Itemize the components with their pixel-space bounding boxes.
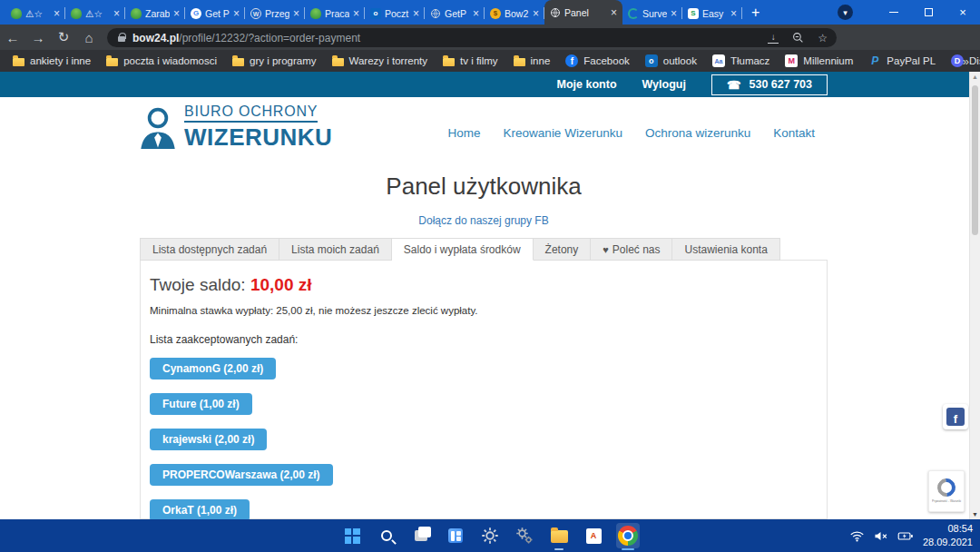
scroll-up-icon[interactable]: ▲ bbox=[970, 74, 980, 80]
browser-tab[interactable]: WPrzeg× bbox=[245, 3, 305, 25]
taskbar-clock[interactable]: 08:54 28.09.2021 bbox=[923, 522, 973, 549]
facebook-side-widget[interactable]: f bbox=[943, 404, 968, 429]
task-button-future[interactable]: Future (1,00 zł) bbox=[150, 393, 252, 415]
fb-group-link[interactable]: Dołącz do naszej grupy FB bbox=[140, 214, 828, 227]
chrome-taskbar-button[interactable] bbox=[616, 523, 640, 548]
tab-close-icon[interactable]: × bbox=[113, 7, 120, 20]
tab-close-icon[interactable]: × bbox=[671, 7, 677, 20]
battery-charging-icon[interactable] bbox=[897, 528, 915, 544]
tab-title: Get P bbox=[205, 8, 230, 19]
logo-text: BIURO OCHRONY WIZERUNKU bbox=[184, 104, 332, 152]
webpage: Moje konto Wyloguj ☎530 627 703 BIURO OC… bbox=[0, 72, 969, 519]
browser-tab[interactable]: ⚠☆× bbox=[5, 3, 65, 25]
bookmarks-overflow-icon[interactable]: » bbox=[963, 54, 969, 68]
tab-close-icon[interactable]: × bbox=[533, 7, 539, 20]
nav-home[interactable]: Home bbox=[448, 126, 481, 140]
bookmark-paypal[interactable]: PPayPal PL bbox=[868, 54, 936, 67]
home-button[interactable]: ⌂ bbox=[76, 30, 102, 45]
lock-icon[interactable] bbox=[118, 36, 125, 42]
tab-lista-dostepnych-zadan[interactable]: Lista dostępnych zadań bbox=[140, 238, 279, 261]
search-button[interactable] bbox=[375, 523, 398, 548]
settings-button[interactable] bbox=[478, 523, 502, 548]
phone-button[interactable]: ☎530 627 703 bbox=[711, 74, 828, 95]
tab-close-icon[interactable]: × bbox=[233, 7, 240, 20]
balance-label: Twoje saldo: bbox=[150, 275, 246, 294]
reload-button[interactable]: ↻ bbox=[51, 29, 76, 45]
download-icon[interactable]: ↓ bbox=[768, 33, 779, 44]
bookmark-folder[interactable]: inne bbox=[514, 55, 551, 66]
tab-lista-moich-zadan[interactable]: Lista moich zadań bbox=[279, 238, 392, 261]
bookmark-outlook[interactable]: ooutlook bbox=[645, 54, 697, 67]
browser-tab[interactable]: Praca× bbox=[305, 3, 365, 25]
maximize-button[interactable] bbox=[911, 0, 946, 25]
tab-close-icon[interactable]: × bbox=[413, 7, 419, 20]
tab-polec-nas[interactable]: ♥Poleć nas bbox=[591, 238, 672, 261]
recaptcha-badge[interactable]: Prywatność - Warunki bbox=[928, 470, 965, 512]
balance-line: Twoje saldo: 10,00 zł bbox=[150, 275, 818, 295]
address-bar[interactable]: bow24.pl/profile/12232/?action=order-pay… bbox=[107, 28, 837, 47]
browser-tab[interactable]: $Bow2× bbox=[485, 3, 544, 25]
wifi-icon[interactable] bbox=[849, 528, 865, 544]
my-account-link[interactable]: Moje konto bbox=[557, 78, 617, 91]
back-button[interactable]: ← bbox=[0, 30, 25, 45]
tab-search-button[interactable]: ▾ bbox=[838, 5, 853, 20]
file-explorer-button[interactable] bbox=[547, 523, 571, 548]
logout-link[interactable]: Wyloguj bbox=[642, 78, 686, 91]
minimize-button[interactable] bbox=[877, 0, 911, 25]
panel-content: Twoje saldo: 10,00 zł Minimalna stawka w… bbox=[140, 260, 828, 519]
browser-tab[interactable]: GetP× bbox=[425, 3, 485, 25]
tab-close-icon[interactable]: × bbox=[353, 7, 359, 20]
bookmark-facebook[interactable]: fFacebook bbox=[565, 54, 630, 67]
tab-close-icon[interactable]: × bbox=[293, 7, 299, 20]
tab-close-icon[interactable]: × bbox=[611, 6, 617, 19]
volume-muted-icon[interactable] bbox=[873, 528, 888, 544]
browser-tab-active[interactable]: Panel× bbox=[544, 0, 622, 25]
task-button-properco[interactable]: PROPERCOWarszawa (2,00 zł) bbox=[150, 464, 333, 486]
document-app-button[interactable]: A bbox=[582, 523, 605, 548]
task-button-orkat[interactable]: OrkaT (1,00 zł) bbox=[150, 499, 250, 519]
bookmark-star-icon[interactable]: ☆ bbox=[818, 32, 828, 44]
task-button-cynamong[interactable]: CynamonG (2,00 zł) bbox=[150, 358, 276, 380]
tab-close-icon[interactable]: × bbox=[173, 7, 180, 20]
browser-tab[interactable]: SEasy× bbox=[682, 3, 742, 25]
browser-tab[interactable]: GGet P× bbox=[185, 3, 245, 25]
tab-ustawienia-konta[interactable]: Ustawienia konta bbox=[672, 238, 779, 261]
tab-close-icon[interactable]: × bbox=[54, 7, 60, 20]
browser-tab[interactable]: Surve× bbox=[622, 3, 682, 25]
scrollbar-thumb[interactable] bbox=[972, 85, 978, 235]
new-tab-button[interactable]: + bbox=[751, 5, 760, 21]
tab-close-icon[interactable]: × bbox=[473, 7, 479, 20]
bookmark-folder[interactable]: ankiety i inne bbox=[13, 55, 91, 66]
task-view-button[interactable] bbox=[409, 523, 433, 548]
browser-tab[interactable]: oPoczt× bbox=[365, 3, 425, 25]
widgets-button[interactable] bbox=[444, 523, 467, 548]
survey-favicon bbox=[628, 8, 639, 19]
zoom-out-icon[interactable] bbox=[792, 32, 804, 44]
url-text[interactable]: bow24.pl/profile/12232/?action=order-pay… bbox=[132, 32, 360, 44]
bookmark-translate[interactable]: AaTłumacz bbox=[712, 54, 769, 67]
close-button[interactable]: × bbox=[946, 0, 980, 25]
page-scrollbar[interactable]: ▲ ▼ bbox=[969, 72, 980, 519]
services-button[interactable] bbox=[513, 523, 536, 548]
task-button-krajewski[interactable]: krajewski (2,00 zł) bbox=[150, 429, 267, 450]
start-button[interactable] bbox=[340, 523, 364, 548]
tab-saldo-i-wyplata[interactable]: Saldo i wypłata środków bbox=[392, 238, 534, 261]
bookmark-folder[interactable]: poczta i wiadomosci bbox=[106, 55, 217, 66]
tab-close-icon[interactable]: × bbox=[730, 7, 737, 20]
system-tray bbox=[849, 519, 915, 552]
browser-tab[interactable]: Zarab× bbox=[125, 3, 185, 25]
browser-tab[interactable]: ⚠☆× bbox=[65, 3, 125, 25]
panel-tabs: Lista dostępnych zadań Lista moich zadań… bbox=[140, 238, 780, 261]
nav-kreowanie-wizerunku[interactable]: Kreowanie Wizerunku bbox=[504, 126, 622, 140]
scroll-down-icon[interactable]: ▼ bbox=[970, 511, 980, 518]
bookmark-folder[interactable]: tv i filmy bbox=[443, 55, 498, 66]
forward-button[interactable]: → bbox=[25, 30, 51, 45]
bookmark-millennium[interactable]: MMillennium bbox=[785, 54, 853, 67]
folder-icon bbox=[232, 58, 244, 66]
nav-kontakt[interactable]: Kontakt bbox=[773, 126, 815, 140]
bookmark-folder[interactable]: gry i programy bbox=[232, 55, 317, 66]
bookmark-folder[interactable]: Warezy i torrenty bbox=[332, 55, 427, 66]
tab-zetony[interactable]: Żetony bbox=[534, 238, 592, 261]
site-logo[interactable]: BIURO OCHRONY WIZERUNKU bbox=[138, 104, 332, 152]
nav-ochrona-wizerunku[interactable]: Ochrona wizerunku bbox=[645, 126, 750, 140]
